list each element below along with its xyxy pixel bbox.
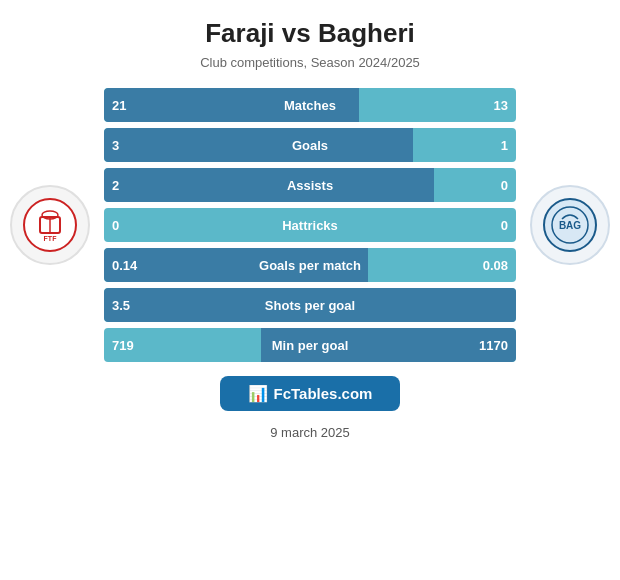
stat-right-val-hattricks: 0 bbox=[501, 218, 508, 233]
stat-row-assists: 2Assists0 bbox=[104, 168, 516, 202]
page-subtitle: Club competitions, Season 2024/2025 bbox=[200, 55, 420, 70]
stat-row-hattricks: 0Hattricks0 bbox=[104, 208, 516, 242]
watermark-icon: 📊 bbox=[248, 384, 268, 403]
stat-label-spg: Shots per goal bbox=[265, 298, 355, 313]
stat-right-val-assists: 0 bbox=[501, 178, 508, 193]
stat-left-val-matches: 21 bbox=[112, 98, 126, 113]
stat-row-mpg: 719Min per goal1170 bbox=[104, 328, 516, 362]
stat-left-val-mpg: 719 bbox=[112, 338, 134, 353]
stat-label-matches: Matches bbox=[284, 98, 336, 113]
stat-label-hattricks: Hattricks bbox=[282, 218, 338, 233]
team-logo-left: FTF bbox=[10, 185, 90, 265]
stat-row-spg: 3.5Shots per goal bbox=[104, 288, 516, 322]
comparison-section: FTF 21Matches133Goals12Assists00Hattrick… bbox=[10, 88, 610, 362]
stat-left-val-assists: 2 bbox=[112, 178, 119, 193]
svg-text:FTF: FTF bbox=[44, 235, 58, 242]
stat-left-val-hattricks: 0 bbox=[112, 218, 119, 233]
stat-left-val-goals: 3 bbox=[112, 138, 119, 153]
stat-label-gpm: Goals per match bbox=[259, 258, 361, 273]
faraji-logo-icon: FTF bbox=[22, 197, 78, 253]
stat-label-assists: Assists bbox=[287, 178, 333, 193]
team-logo-right: BAG bbox=[530, 185, 610, 265]
stat-right-val-gpm: 0.08 bbox=[483, 258, 508, 273]
page-wrapper: Faraji vs Bagheri Club competitions, Sea… bbox=[0, 0, 620, 580]
stat-label-goals: Goals bbox=[292, 138, 328, 153]
date-label: 9 march 2025 bbox=[270, 425, 350, 440]
stat-left-val-gpm: 0.14 bbox=[112, 258, 137, 273]
stat-row-goals: 3Goals1 bbox=[104, 128, 516, 162]
watermark: 📊 FcTables.com bbox=[220, 376, 401, 411]
svg-text:BAG: BAG bbox=[559, 220, 581, 231]
stat-row-matches: 21Matches13 bbox=[104, 88, 516, 122]
bars-container: 21Matches133Goals12Assists00Hattricks00.… bbox=[90, 88, 530, 362]
bagheri-logo-icon: BAG bbox=[542, 197, 598, 253]
stat-label-mpg: Min per goal bbox=[272, 338, 349, 353]
stat-right-val-matches: 13 bbox=[494, 98, 508, 113]
stat-right-val-goals: 1 bbox=[501, 138, 508, 153]
page-title: Faraji vs Bagheri bbox=[205, 18, 415, 49]
stat-row-gpm: 0.14Goals per match0.08 bbox=[104, 248, 516, 282]
stat-right-val-mpg: 1170 bbox=[479, 338, 508, 353]
watermark-text: FcTables.com bbox=[274, 385, 373, 402]
stat-left-val-spg: 3.5 bbox=[112, 298, 130, 313]
